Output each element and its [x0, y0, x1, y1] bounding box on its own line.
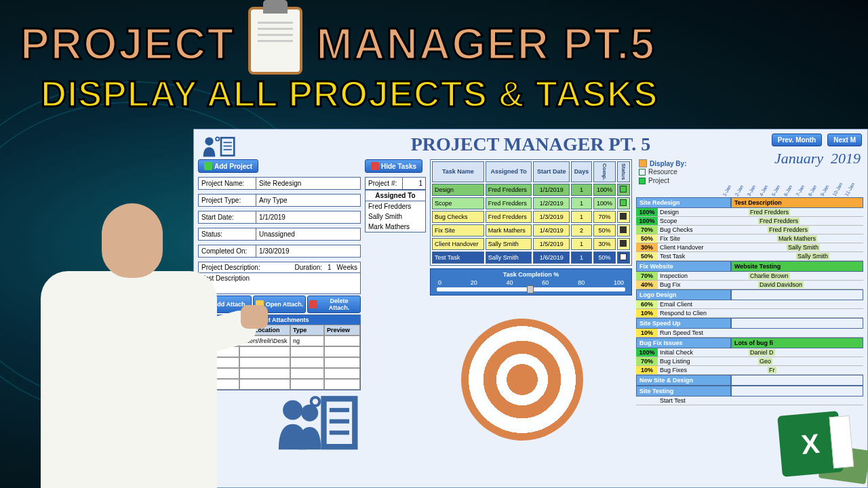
svg-point-8 — [311, 397, 320, 406]
gantt-row[interactable]: 100%DesignFred Fredders — [636, 208, 863, 217]
arrow-icon — [371, 162, 379, 170]
task-row[interactable]: Fix SiteMark Mathers1/4/2019250% — [432, 224, 630, 237]
thumbnail-title: PROJECT MANAGER PT.5 — [20, 14, 848, 75]
gantt-row[interactable]: 70%Bug ChecksFred Fredders — [636, 226, 863, 235]
gantt-row[interactable]: 100%ScopeFred Fredders — [636, 217, 863, 226]
gantt-row[interactable]: 60%Email Client — [636, 300, 863, 309]
gantt-row[interactable]: 30%Client HandoverSally Smith — [636, 243, 863, 252]
pm-logo-icon — [200, 134, 237, 163]
gantt-row[interactable]: 50%Test TaskSally Smith — [636, 252, 863, 261]
task-table: Task Name Assigned To Start Date Days Co… — [430, 159, 632, 266]
title-word-1: PROJECT — [20, 19, 235, 69]
svg-point-0 — [205, 137, 213, 145]
delete-attachment-button[interactable]: Delete Attach. — [307, 296, 361, 313]
project-number-field[interactable]: Project #: 1 — [365, 177, 426, 190]
title-word-2: MANAGER PT.5 — [316, 19, 656, 69]
task-row[interactable]: DesignFred Fredders1/1/20191100% — [432, 184, 630, 196]
clipboard-icon — [248, 7, 302, 75]
gantt-row[interactable]: 70%InspectionCharlie Brown — [636, 272, 863, 281]
gantt-row[interactable]: 40%Bug FixDavid Davidson — [636, 281, 863, 289]
gantt-row[interactable]: 50%Fix SiteMark Mathers — [636, 235, 863, 243]
presenter-photo — [0, 183, 251, 488]
task-row[interactable]: Test TaskSally Smith1/6/2019150% — [432, 251, 630, 264]
excel-icon: X — [777, 411, 844, 477]
x-icon — [309, 300, 317, 308]
calendar-icon — [639, 159, 647, 167]
calendar-month-year: January 2019 — [774, 150, 861, 167]
display-by-resource[interactable]: Resource — [639, 167, 686, 176]
svg-point-6 — [283, 400, 302, 420]
gantt-row[interactable]: Start Test — [636, 396, 863, 405]
gantt-row[interactable]: 10%Run Speed Test — [636, 329, 863, 338]
slider-thumb[interactable] — [527, 285, 534, 293]
display-by-section: Display By: Resource Project — [636, 159, 689, 185]
plus-icon — [204, 162, 212, 170]
thumbnail-subtitle: DISPLAY ALL PROJECTS & TASKS — [41, 73, 854, 115]
gantt-row[interactable]: 70%Bug ListingGeo — [636, 357, 863, 366]
svg-point-1 — [216, 137, 219, 140]
task-row[interactable]: Client HandoverSally Smith1/5/2019130% — [432, 238, 630, 250]
display-by-project[interactable]: Project — [639, 176, 686, 185]
project-gantt-panel: Site RedesignTest Description100%DesignF… — [636, 197, 863, 405]
calendar-dates: 1-Jan2-Jan3-Jan4-Jan5-Jan6-Jan7-Jan8-Jan… — [724, 185, 863, 196]
gantt-row[interactable]: 10%Respond to Clien — [636, 309, 863, 318]
target-graphic — [461, 319, 583, 441]
task-row[interactable]: ScopeFred Fredders1/2/20191100% — [432, 197, 630, 209]
gantt-row[interactable]: 10%Bug FixesFr — [636, 366, 863, 375]
app-title: PROJECT MANAGER PT. 5 — [194, 129, 867, 159]
next-month-button[interactable]: Next M — [827, 134, 862, 146]
prev-month-button[interactable]: Prev. Month — [772, 134, 822, 146]
gantt-row[interactable]: 100%Initial CheckDaniel D — [636, 348, 863, 357]
completion-slider[interactable]: Task Completion % 020 4060 80100 — [430, 268, 632, 296]
assigned-to-list: Assigned To Fred Fredders Sally Smith Ma… — [365, 190, 426, 232]
pm-logo-large-icon — [271, 393, 359, 461]
hide-tasks-button[interactable]: Hide Tasks — [365, 159, 422, 173]
task-row[interactable]: Bug ChecksFred Fredders1/3/2019170% — [432, 211, 630, 223]
